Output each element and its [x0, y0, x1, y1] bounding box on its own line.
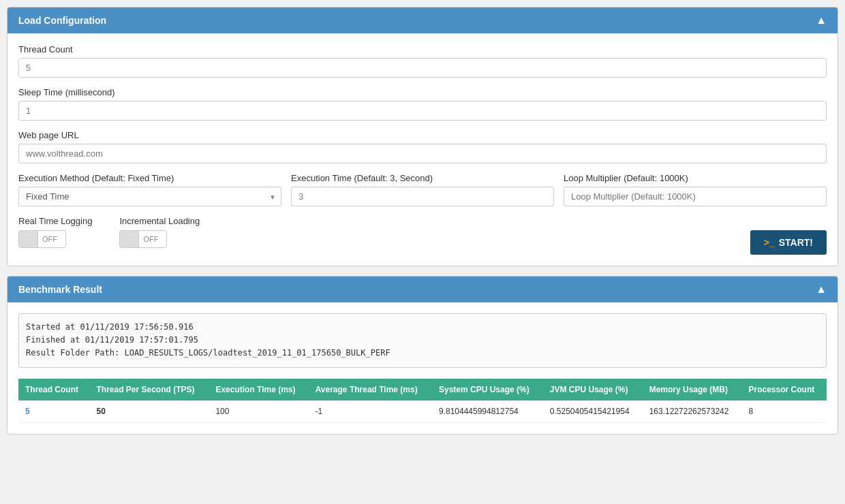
loop-multiplier-input[interactable]: [564, 187, 827, 206]
benchmark-result-panel: Benchmark Result ▲ Started at 01/11/2019…: [7, 276, 838, 435]
thread-count-label: Thread Count: [18, 44, 827, 54]
execution-time-input[interactable]: [291, 187, 554, 206]
prompt-icon: >_: [764, 237, 775, 248]
table-row: 5 50 100 -1 9.8104445994812754 0.5250405…: [18, 400, 827, 423]
loop-multiplier-col: Loop Multiplier (Default: 1000K): [564, 173, 827, 206]
cell-system-cpu: 9.8104445994812754: [432, 400, 543, 423]
toggle-row: Real Time Logging OFF Incremental Loadin…: [18, 216, 200, 248]
load-config-panel: Load Configuration ▲ Thread Count Sleep …: [7, 7, 838, 266]
real-time-logging-toggle[interactable]: OFF: [18, 230, 66, 248]
col-processor: Processor Count: [742, 379, 827, 400]
cell-processor: 8: [742, 400, 827, 423]
web-url-group: Web page URL: [18, 130, 827, 163]
sleep-time-group: Sleep Time (millisecond): [18, 87, 827, 121]
web-url-input[interactable]: [18, 144, 827, 163]
thread-count-group: Thread Count: [18, 44, 827, 78]
result-table-header-row: Thread Count Thread Per Second (TPS) Exe…: [18, 379, 827, 400]
real-time-logging-label: Real Time Logging: [18, 216, 92, 226]
benchmark-result-title: Benchmark Result: [18, 284, 102, 295]
bottom-row: Real Time Logging OFF Incremental Loadin…: [18, 216, 827, 255]
result-table-body: 5 50 100 -1 9.8104445994812754 0.5250405…: [18, 400, 827, 423]
result-table: Thread Count Thread Per Second (TPS) Exe…: [18, 379, 827, 423]
col-system-cpu: System CPU Usage (%): [432, 379, 543, 400]
execution-time-col: Execution Time (Default: 3, Second): [291, 173, 554, 206]
col-jvm-cpu: JVM CPU Usage (%): [543, 379, 643, 400]
col-thread-count: Thread Count: [18, 379, 89, 400]
load-config-body: Thread Count Sleep Time (millisecond) We…: [7, 33, 838, 266]
cell-jvm-cpu: 0.5250405415421954: [543, 400, 643, 423]
web-url-label: Web page URL: [18, 130, 827, 140]
cell-memory: 163.12272262573242: [643, 400, 742, 423]
incremental-loading-toggle[interactable]: OFF: [119, 230, 167, 248]
log-line-3: Result Folder Path: LOAD_RESULTS_LOGS/lo…: [26, 347, 819, 360]
cell-thread-count: 5: [18, 400, 89, 423]
execution-row: Execution Method (Default: Fixed Time) F…: [18, 173, 827, 206]
loop-multiplier-label: Loop Multiplier (Default: 1000K): [564, 173, 827, 183]
result-table-head: Thread Count Thread Per Second (TPS) Exe…: [18, 379, 827, 400]
toggle-text-realtime: OFF: [38, 235, 61, 243]
sleep-time-input[interactable]: [18, 101, 827, 121]
log-line-1: Started at 01/11/2019 17:56:50.916: [26, 321, 819, 334]
execution-method-wrapper: Fixed Time Loop Count ▼: [18, 187, 281, 206]
col-execution-time: Execution Time (ms): [209, 379, 308, 400]
load-config-title: Load Configuration: [18, 15, 106, 26]
benchmark-result-body: Started at 01/11/2019 17:56:50.916 Finis…: [7, 302, 838, 434]
log-area: Started at 01/11/2019 17:56:50.916 Finis…: [18, 313, 827, 368]
execution-method-label: Execution Method (Default: Fixed Time): [18, 173, 281, 183]
real-time-logging-group: Real Time Logging OFF: [18, 216, 92, 248]
col-tps: Thread Per Second (TPS): [89, 379, 209, 400]
toggle-knob-realtime: [19, 231, 38, 247]
sleep-time-label: Sleep Time (millisecond): [18, 87, 827, 97]
toggle-knob-incremental: [120, 231, 139, 247]
log-line-2: Finished at 01/11/2019 17:57:01.795: [26, 334, 819, 347]
execution-time-label: Execution Time (Default: 3, Second): [291, 173, 554, 183]
cell-avg-thread-time: -1: [309, 400, 432, 423]
incremental-loading-label: Incremental Loading: [119, 216, 200, 226]
cell-tps: 50: [89, 400, 209, 423]
cell-execution-time: 100: [209, 400, 308, 423]
benchmark-result-header: Benchmark Result ▲: [7, 277, 838, 302]
load-config-header: Load Configuration ▲: [7, 7, 838, 33]
toggle-text-incremental: OFF: [139, 235, 162, 243]
execution-method-col: Execution Method (Default: Fixed Time) F…: [18, 173, 281, 206]
benchmark-result-collapse[interactable]: ▲: [816, 283, 827, 296]
load-config-collapse[interactable]: ▲: [816, 14, 827, 27]
incremental-loading-group: Incremental Loading OFF: [119, 216, 200, 248]
col-memory: Memory Usage (MB): [643, 379, 742, 400]
start-button[interactable]: >_ START!: [750, 230, 827, 255]
col-avg-thread-time: Average Thread Time (ms): [309, 379, 432, 400]
start-button-label: START!: [779, 237, 813, 248]
thread-count-input[interactable]: [18, 58, 827, 78]
execution-method-select[interactable]: Fixed Time Loop Count: [18, 187, 281, 206]
